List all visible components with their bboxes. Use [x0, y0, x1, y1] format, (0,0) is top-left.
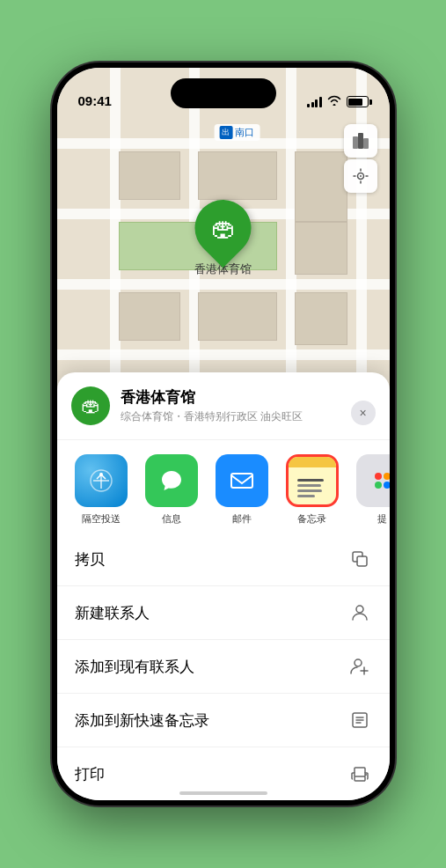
airdrop-label: 隔空投送: [82, 512, 121, 526]
svg-point-15: [384, 482, 390, 489]
action-list: 拷贝 新建联系人: [57, 533, 390, 800]
venue-icon: 🏟: [71, 386, 110, 425]
pin-marker: 🏟: [183, 188, 263, 268]
action-copy[interactable]: 拷贝: [57, 533, 390, 586]
messages-icon: [145, 454, 198, 507]
home-indicator: [179, 791, 267, 795]
person-add-icon: [347, 654, 372, 679]
venue-description: 综合体育馆・香港特别行政区 油尖旺区: [121, 409, 303, 424]
battery-icon: [347, 96, 369, 107]
venue-name: 香港体育馆: [121, 387, 303, 408]
action-quick-note-label: 添加到新快速备忘录: [75, 710, 209, 731]
share-row: 隔空投送 信息: [57, 440, 390, 533]
messages-label: 信息: [162, 512, 181, 526]
bottom-sheet: 🏟 香港体育馆 综合体育馆・香港特别行政区 油尖旺区 ×: [57, 372, 390, 800]
print-icon: [347, 761, 372, 786]
share-item-notes[interactable]: 备忘录: [277, 454, 347, 526]
phone-screen: 09:41: [57, 68, 390, 800]
svg-point-4: [360, 175, 362, 177]
svg-point-13: [384, 473, 390, 480]
mail-icon: [216, 454, 268, 507]
share-item-more[interactable]: 提: [347, 454, 390, 526]
action-new-contact[interactable]: 新建联系人: [57, 586, 390, 640]
location-button[interactable]: [344, 159, 377, 193]
action-copy-label: 拷贝: [75, 549, 105, 570]
svg-rect-2: [363, 138, 369, 149]
mail-label: 邮件: [232, 512, 252, 526]
action-add-contact[interactable]: 添加到现有联系人: [57, 640, 390, 694]
map-label: 出 南口: [214, 124, 260, 141]
status-time: 09:41: [78, 93, 112, 110]
dynamic-island: [171, 78, 276, 108]
status-icons: [307, 95, 369, 110]
phone-frame: 09:41: [52, 63, 395, 805]
action-add-contact-label: 添加到现有联系人: [75, 657, 194, 677]
svg-point-14: [375, 482, 382, 489]
svg-point-27: [365, 774, 367, 776]
more-icon: [356, 454, 390, 507]
airdrop-icon: [75, 454, 128, 507]
share-item-messages[interactable]: 信息: [136, 454, 207, 526]
svg-rect-0: [353, 136, 358, 149]
close-button[interactable]: ×: [351, 401, 376, 425]
notes-icon: [286, 454, 339, 507]
map-label-badge: 出: [219, 126, 232, 139]
person-icon: [347, 600, 372, 625]
svg-rect-16: [357, 556, 367, 566]
action-print-label: 打印: [75, 764, 105, 784]
action-new-contact-label: 新建联系人: [75, 603, 150, 623]
more-label: 提: [377, 512, 387, 526]
location-pin: 🏟 香港体育馆: [194, 200, 252, 277]
share-item-mail[interactable]: 邮件: [207, 454, 277, 526]
action-quick-note[interactable]: 添加到新快速备忘录: [57, 694, 390, 747]
venue-text: 香港体育馆 综合体育馆・香港特别行政区 油尖旺区: [121, 387, 303, 424]
svg-point-17: [356, 606, 363, 613]
svg-rect-1: [358, 133, 363, 149]
notes-label: 备忘录: [297, 512, 326, 526]
map-type-button[interactable]: [344, 124, 377, 158]
wifi-icon: [327, 95, 341, 108]
copy-icon: [347, 547, 372, 571]
note-icon: [347, 708, 372, 732]
map-controls: [344, 124, 377, 195]
svg-point-12: [375, 473, 382, 480]
svg-rect-26: [355, 776, 365, 781]
svg-point-18: [355, 659, 362, 666]
venue-info: 🏟 香港体育馆 综合体育馆・香港特别行政区 油尖旺区 ×: [57, 386, 390, 440]
map-label-text: 南口: [235, 126, 254, 139]
svg-rect-11: [231, 474, 252, 488]
share-item-airdrop[interactable]: 隔空投送: [66, 454, 136, 526]
signal-icon: [307, 97, 322, 107]
